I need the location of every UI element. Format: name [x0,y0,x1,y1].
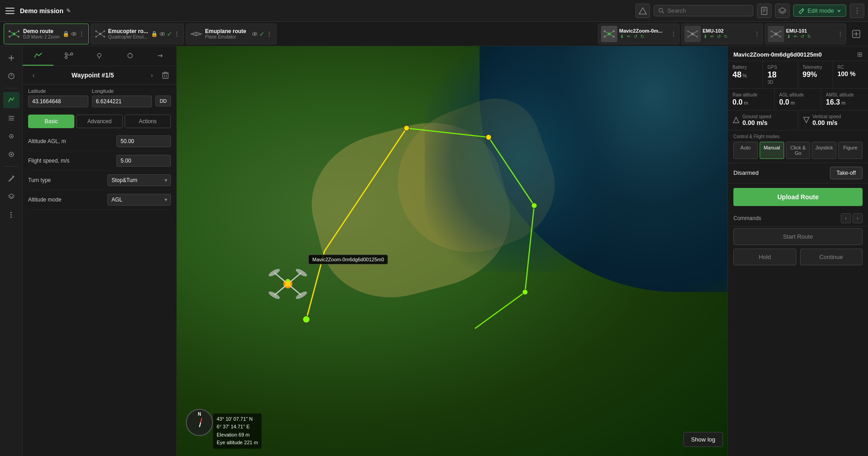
upload-route-button[interactable]: Upload Route [733,188,863,206]
emu101-action-2[interactable]: ✏ [793,34,798,39]
svg-point-42 [604,36,606,38]
search-box[interactable] [654,5,753,16]
emu102-action-1[interactable]: ⬇ [703,34,708,39]
emu101-action-4[interactable]: ↻ [806,34,812,39]
sidebar-btn-compass[interactable] [3,68,19,84]
wp-coords: Latitude Longitude DD [23,85,176,111]
more-plane-icon[interactable]: ⋮ [266,30,272,38]
fm-click-go[interactable]: Click & Go [786,142,810,159]
rp-header: Mavic2Zoom-0m6dg6d00125m0 ⊞ [728,46,868,61]
fm-manual[interactable]: Manual [760,142,784,159]
sidebar-btn-more[interactable] [3,206,19,223]
more-menu-button[interactable]: ⋮ [850,4,864,18]
continue-button[interactable]: Continue [800,249,863,265]
start-route-button[interactable]: Start Route [733,228,863,245]
rp-raw-alt: Raw altitude 0.0 m [728,89,775,110]
svg-point-35 [254,33,256,35]
edit-mode-button[interactable]: Edit mode [793,5,846,17]
triangle-button[interactable] [635,4,650,18]
hold-button[interactable]: Hold [733,249,796,265]
topbar: Demo mission ✎ Edit mode ⋮ [0,0,868,22]
more-tab-icon[interactable]: ⋮ [78,30,85,38]
svg-point-80 [65,53,67,55]
chevron-down-icon [837,9,841,13]
rc-label: RC [838,65,863,70]
altitude-mode-select[interactable]: AGL AMSL Relative [107,194,171,206]
rp-expand-button[interactable]: ⊞ [857,51,863,58]
show-log-button[interactable]: Show log [684,432,723,447]
sidebar-btn-route[interactable] [3,92,19,108]
wp-mode-actions[interactable]: Actions [125,115,171,128]
emu101-action-3[interactable]: ↺ [800,34,805,39]
drone-tab-emu101[interactable]: EMU-101 ⬇ ✏ ↺ ↻ ⋮ [765,24,846,44]
drone-tab-mavic[interactable]: Mavic2Zoom-0m... ⬇ ✏ ↺ ↻ ⋮ [598,24,679,44]
longitude-input[interactable] [92,96,152,107]
wp-tab-circle[interactable] [115,46,145,66]
sidebar-btn-waypoints[interactable] [3,128,19,144]
fm-auto[interactable]: Auto [733,142,758,159]
layers-button[interactable] [775,4,790,18]
wp-tab-route[interactable] [23,46,53,66]
commands-next-button[interactable]: › [853,213,863,223]
svg-point-25 [103,30,105,32]
mavic-more-icon[interactable]: ⋮ [671,31,676,37]
search-input[interactable] [667,7,748,14]
emu101-more-icon[interactable]: ⋮ [838,31,843,37]
eye-icon-2 [159,31,165,37]
sidebar-btn-layers2[interactable] [3,188,19,205]
sidebar-btn-add[interactable] [3,50,19,66]
wp-tab-branch[interactable] [53,46,84,66]
svg-point-62 [780,36,781,38]
wp-mode-basic[interactable]: Basic [28,115,74,128]
latitude-input[interactable] [28,96,88,107]
mavic-action-1[interactable]: ⬇ [619,34,625,39]
more-emu-icon[interactable]: ⋮ [174,30,180,38]
wp-header: ‹ Waypoint #1/5 › [23,66,176,85]
fm-joystick[interactable]: Joystick [812,142,836,159]
sidebar-btn-record[interactable] [3,146,19,163]
flight-tab-demo-route[interactable]: Demo route DJI Mavic 2 Zoom 🔒 ⋮ [4,24,89,44]
takeoff-button[interactable]: Take-off [830,167,863,179]
mission-edit-icon[interactable]: ✎ [66,8,71,14]
rp-hold-continue: Hold Continue [728,247,868,269]
wp-next-button[interactable]: › [146,70,157,81]
map-area[interactable]: Mavic2Zoom-0m6dg6d00125m0 N 43° 10' 07.7… [177,46,727,456]
mavic-action-4[interactable]: ↻ [640,34,645,39]
altitude-agl-row: Altitude AGL, m [28,132,171,151]
emu102-drone-name: EMU-102 [703,28,752,34]
emu102-action-3[interactable]: ↺ [716,34,722,39]
tab-name-demo: Demo route [23,28,60,34]
wp-tab-arrow[interactable] [145,46,176,66]
topbar-center: Edit mode ⋮ [635,4,864,18]
wp-mode-advanced[interactable]: Advanced [76,115,122,128]
emu102-more-icon[interactable]: ⋮ [754,31,760,37]
mavic-action-2[interactable]: ✏ [626,34,631,39]
flight-tab-emucopter[interactable]: Emucopter ro... Quadcopter Emul... 🔒 ✓ ⋮ [91,24,184,44]
dd-button[interactable]: DD [155,96,171,106]
emu102-action-2[interactable]: ✏ [709,34,715,39]
vertical-speed-label: Vertical speed [813,114,841,119]
drone-tab-emu102[interactable]: EMU-102 ⬇ ✏ ↺ ↻ ⋮ [681,24,763,44]
flight-tab-emuplane[interactable]: Emuplane route Plane Emulator ✓ ⋮ [186,24,276,44]
eye-icon-3 [252,31,258,37]
altitude-agl-input[interactable] [116,135,171,147]
turn-type-select[interactable]: Stop&Turn Adaptive Bank Straight [107,174,171,186]
emu101-action-1[interactable]: ⬇ [786,34,791,39]
document-button[interactable] [757,4,771,18]
sidebar-btn-list[interactable] [3,110,19,126]
wp-tab-wp[interactable] [84,46,115,66]
tab-sub-plane: Plane Emulator [205,34,247,39]
commands-prev-button[interactable]: ‹ [841,213,851,223]
sidebar-btn-tools[interactable] [3,170,19,187]
menu-button[interactable] [4,5,16,17]
wp-delete-button[interactable] [160,70,171,81]
svg-point-29 [103,36,105,38]
emu102-action-4[interactable]: ↻ [723,34,728,39]
drone-add-icon[interactable] [848,26,864,42]
fm-figure[interactable]: Figure [838,142,863,159]
flight-speed-input[interactable] [116,155,171,167]
svg-point-16 [9,36,10,38]
mavic-action-3[interactable]: ↺ [633,34,638,39]
telemetry-value: 99% [803,71,828,79]
wp-prev-button[interactable]: ‹ [28,70,39,81]
